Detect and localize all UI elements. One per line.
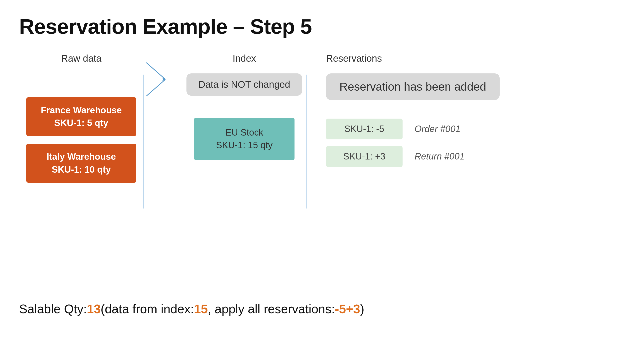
index-box-name: EU Stock (206, 126, 283, 139)
formula-suffix: ) (360, 302, 364, 316)
reservation-item-2: SKU-1: +3 (326, 146, 402, 167)
index-box: EU Stock SKU-1: 15 qty (194, 118, 294, 160)
raw-data-label: Raw data (61, 53, 102, 64)
italy-warehouse-name: Italy Warehouse (35, 150, 128, 163)
reservations-label: Reservations (326, 53, 382, 64)
col-reservations: Reservations Reservation has been added … (307, 53, 625, 174)
formula-prefix: Salable Qty: (19, 302, 87, 316)
page-container: Reservation Example – Step 5 Raw data Fr… (0, 0, 644, 340)
data-not-changed-badge: Data is NOT changed (186, 74, 302, 96)
col-raw-data: Raw data France Warehouse SKU-1: 5 qty I… (19, 53, 144, 190)
connector-arrows (144, 53, 182, 106)
reservation-label-1: Order #001 (414, 124, 460, 134)
france-warehouse-box: France Warehouse SKU-1: 5 qty (26, 97, 136, 136)
col-index: Index Data is NOT changed EU Stock SKU-1… (182, 53, 306, 160)
diagram-area: Raw data France Warehouse SKU-1: 5 qty I… (19, 53, 625, 208)
reservation-label-2: Return #001 (414, 151, 464, 162)
reservation-row-1: SKU-1: -5 Order #001 (326, 118, 460, 140)
formula-area: Salable Qty: 13 (data from index: 15 , a… (19, 302, 625, 316)
italy-warehouse-box: Italy Warehouse SKU-1: 10 qty (26, 144, 136, 182)
index-label: Index (232, 53, 256, 64)
formula-plus: + (346, 302, 353, 316)
index-box-sku: SKU-1: 15 qty (206, 139, 283, 152)
formula-res2: 3 (353, 302, 360, 316)
reservation-added-badge: Reservation has been added (326, 74, 500, 100)
italy-warehouse-sku: SKU-1: 10 qty (35, 163, 128, 176)
france-warehouse-name: France Warehouse (35, 104, 128, 117)
formula-text: Salable Qty: 13 (data from index: 15 , a… (19, 302, 625, 316)
reservation-row-2: SKU-1: +3 Return #001 (326, 146, 464, 167)
formula-mid1: (data from index: (101, 302, 194, 316)
page-title: Reservation Example – Step 5 (19, 14, 625, 39)
svg-line-0 (146, 63, 166, 80)
svg-line-2 (146, 80, 166, 96)
france-warehouse-sku: SKU-1: 5 qty (35, 117, 128, 129)
formula-index-qty: 15 (194, 302, 208, 316)
formula-mid2: , apply all reservations: (208, 302, 335, 316)
reservation-item-1: SKU-1: -5 (326, 118, 402, 140)
formula-res1: -5 (335, 302, 346, 316)
formula-salable-qty: 13 (87, 302, 101, 316)
